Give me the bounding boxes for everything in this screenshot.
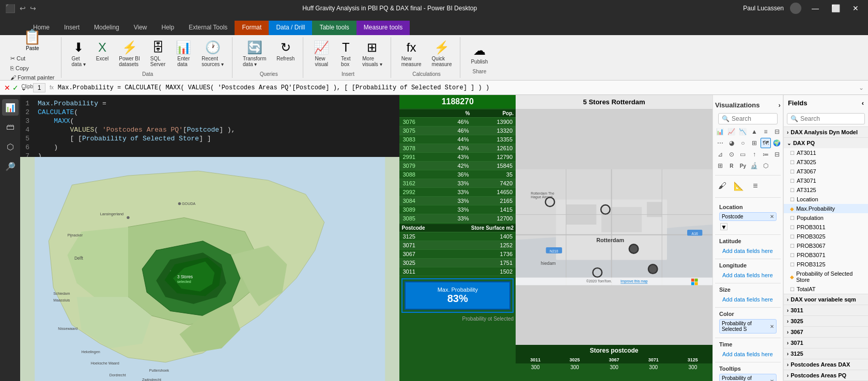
- field-item-at3071[interactable]: ☐ AT3071: [784, 176, 868, 185]
- viz-bar-chart-icon[interactable]: 📊: [715, 126, 725, 137]
- field-group-3067-header[interactable]: › 3067: [784, 326, 868, 337]
- field-group-3025-header[interactable]: › 3025: [784, 315, 868, 326]
- field-item-at3067[interactable]: ☐ AT3067: [784, 167, 868, 176]
- more-visuals-button[interactable]: ⊞ Morevisuals ▾: [358, 38, 386, 69]
- sidebar-model-icon[interactable]: ⬡: [2, 138, 19, 155]
- restore-button[interactable]: ⬜: [827, 3, 844, 13]
- table-row[interactable]: 308344%13355: [399, 135, 516, 144]
- field-item-totalat[interactable]: ☐ TotalAT: [784, 284, 868, 294]
- viz-table-icon[interactable]: ⊟: [772, 149, 782, 160]
- tab-data-drill[interactable]: Data / Drill: [269, 21, 312, 35]
- location-expand-icon[interactable]: ▼: [720, 223, 727, 230]
- publish-button[interactable]: ☁ Publish: [467, 41, 492, 67]
- sql-server-button[interactable]: 🗄 SQLServer: [146, 38, 169, 69]
- copy-button[interactable]: ⎘ Copy: [8, 64, 57, 72]
- viz-line-chart-icon[interactable]: 📉: [738, 126, 748, 137]
- excel-button[interactable]: X Excel: [92, 38, 113, 69]
- viz-filled-map-icon[interactable]: 🌍: [772, 138, 782, 148]
- get-data-button[interactable]: ⬇ Getdata ▾: [68, 38, 90, 69]
- field-item-at3025[interactable]: ☐ AT3025: [784, 157, 868, 167]
- tab-table-tools[interactable]: Table tools: [312, 21, 356, 35]
- field-item-prob3071[interactable]: ☐ PROB3071: [784, 250, 868, 260]
- recent-sources-button[interactable]: 🕐 Recentsources ▾: [197, 38, 228, 69]
- field-item-at3125[interactable]: ☐ AT3125: [784, 185, 868, 195]
- viz-ribbon-chart-icon[interactable]: ≡: [761, 126, 771, 137]
- size-add-field[interactable]: Add data fields here: [719, 295, 777, 304]
- viz-fields-icon[interactable]: ≡: [748, 179, 763, 193]
- formula-close-button[interactable]: ✕: [4, 84, 10, 92]
- table-row[interactable]: 308533%12700: [399, 214, 516, 223]
- field-group-3125-header[interactable]: › 3125: [784, 348, 868, 359]
- table-row[interactable]: 307546%13320: [399, 126, 516, 135]
- new-visual-button[interactable]: 📈 Newvisual: [309, 38, 333, 69]
- field-item-prob3125[interactable]: ☐ PROB3125: [784, 260, 868, 269]
- viz-ai-insights-icon[interactable]: 🔬: [749, 161, 760, 171]
- field-item-max-probability[interactable]: ◆ Max.Probability: [784, 204, 868, 213]
- transform-data-button[interactable]: 🔄 Transformdata ▾: [239, 38, 270, 69]
- table-row[interactable]: 308433%2165: [399, 197, 516, 205]
- text-box-button[interactable]: T Textbox: [335, 38, 356, 69]
- fields-search-input[interactable]: [800, 115, 861, 122]
- tab-modeling[interactable]: Modeling: [87, 21, 127, 35]
- table-row[interactable]: 308836%35: [399, 170, 516, 179]
- field-item-prob3067[interactable]: ☐ PROB3067: [784, 241, 868, 250]
- table-row[interactable]: 307646%13900: [399, 118, 516, 126]
- formula-expand-button[interactable]: ⌄: [21, 84, 27, 92]
- table-row[interactable]: 298733%7690: [399, 223, 516, 224]
- viz-slicer-icon[interactable]: ≔: [761, 149, 771, 160]
- table-row[interactable]: 308933%1415: [399, 205, 516, 214]
- tab-format[interactable]: Format: [235, 21, 269, 35]
- field-group-postcodes-dax-header[interactable]: › Postcodes Areas DAX: [784, 359, 868, 370]
- table-row[interactable]: 30671736: [399, 250, 516, 259]
- fields-search-box[interactable]: 🔍: [787, 113, 865, 124]
- format-painter-button[interactable]: 🖌 Format painter: [8, 73, 57, 82]
- viz-scatter-icon[interactable]: ⋯: [715, 138, 725, 148]
- formula-text[interactable]: Max.Probability = CALCULATE( MAXX( VALUE…: [58, 84, 857, 91]
- field-group-postcodes-pq-header[interactable]: › Postcodes Areas PQ: [784, 370, 868, 380]
- sidebar-analytics-icon[interactable]: 🔎: [2, 158, 19, 174]
- viz-gauge-icon[interactable]: ⊙: [726, 149, 737, 160]
- viz-waterfall-icon[interactable]: ⊟: [772, 126, 782, 137]
- tab-help[interactable]: Help: [154, 21, 182, 35]
- time-add-field[interactable]: Add data fields here: [719, 350, 777, 359]
- field-group-dax-analysis-header[interactable]: › DAX Analysis Dyn Model: [784, 126, 868, 137]
- field-item-prob3025[interactable]: ☐ PROB3025: [784, 232, 868, 241]
- cut-button[interactable]: ✂ Cut: [8, 54, 57, 63]
- tab-insert[interactable]: Insert: [57, 21, 87, 35]
- field-group-3011-header[interactable]: › 3011: [784, 305, 868, 315]
- field-item-population[interactable]: ☐ Population: [784, 213, 868, 223]
- viz-python-icon[interactable]: Py: [738, 161, 748, 171]
- formula-bar-expand[interactable]: ⌄: [859, 84, 864, 91]
- table-row[interactable]: 30711252: [399, 241, 516, 250]
- tab-view[interactable]: View: [127, 21, 154, 35]
- table-row[interactable]: 31251405: [399, 232, 516, 241]
- viz-treemap-icon[interactable]: ⊞: [749, 138, 760, 148]
- sidebar-report-icon[interactable]: 📊: [2, 99, 19, 116]
- viz-card-icon[interactable]: ▭: [738, 149, 748, 160]
- table-row[interactable]: 30111502: [399, 267, 516, 276]
- viz-format-icon[interactable]: 🖌: [715, 179, 730, 193]
- table-row[interactable]: 299143%12790: [399, 153, 516, 162]
- viz-funnel-icon[interactable]: ⊿: [715, 149, 725, 160]
- latitude-add-field[interactable]: Add data fields here: [719, 246, 777, 256]
- color-field-remove[interactable]: ✕: [770, 324, 774, 329]
- viz-analytics-icon[interactable]: 📐: [732, 179, 746, 193]
- tooltips-field-remove[interactable]: ✕: [770, 378, 774, 382]
- field-group-dax-variabele-header[interactable]: › DAX voor variabele sqm: [784, 294, 868, 305]
- refresh-button[interactable]: ↻ Refresh: [272, 38, 299, 69]
- table-row[interactable]: 30251751: [399, 259, 516, 267]
- paste-button[interactable]: 📋 Paste: [19, 26, 45, 53]
- close-button[interactable]: ✕: [848, 3, 863, 13]
- table-row[interactable]: 307942%15845: [399, 162, 516, 170]
- viz-area-chart-icon[interactable]: ▲: [749, 126, 760, 137]
- enter-data-button[interactable]: 📊 Enterdata: [172, 38, 195, 69]
- field-item-location[interactable]: ☐ Location: [784, 195, 868, 204]
- field-item-prob3011[interactable]: ☐ PROB3011: [784, 223, 868, 232]
- fields-panel-collapse[interactable]: ‹: [862, 99, 864, 107]
- field-group-3071-header[interactable]: › 3071: [784, 337, 868, 348]
- viz-panel-expand[interactable]: ›: [779, 101, 781, 109]
- viz-pie-chart-icon[interactable]: ◕: [726, 138, 737, 148]
- new-measure-button[interactable]: fx Newmeasure: [397, 38, 426, 69]
- field-item-at3011[interactable]: ☐ AT3011: [784, 148, 868, 157]
- main-data-table[interactable]: % Pop. 307646%13900307546%13320308344%13…: [399, 109, 516, 223]
